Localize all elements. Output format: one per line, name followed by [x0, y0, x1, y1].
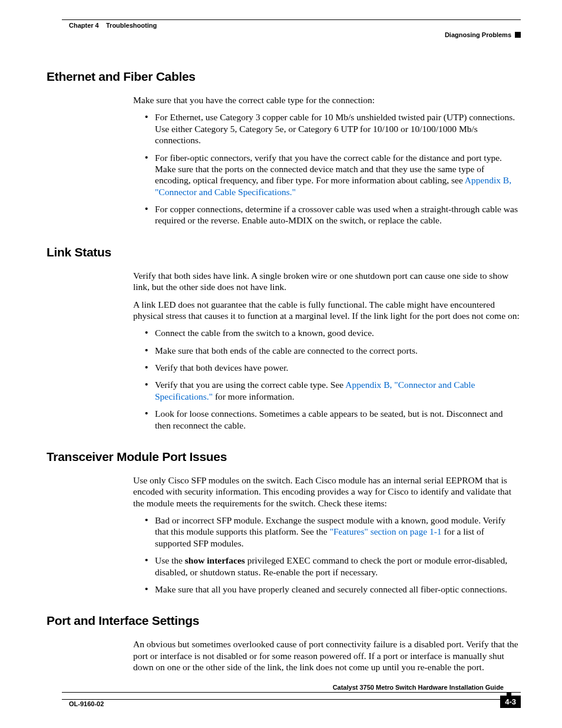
chapter-label: Chapter 4	[69, 22, 99, 29]
footer-doc-number: OL-9160-02	[69, 700, 104, 707]
header-rule	[62, 19, 521, 20]
paragraph: Use only Cisco SFP modules on the switch…	[133, 475, 521, 509]
section-port-interface: Port and Interface Settings An obvious b…	[47, 614, 521, 673]
bullet-item: Bad or incorrect SFP module. Exchange th…	[145, 515, 521, 549]
heading-port-interface: Port and Interface Settings	[47, 614, 521, 628]
bullet-item: Make sure that both ends of the cable ar…	[145, 345, 521, 356]
bullet-item: For fiber-optic connectors, verify that …	[145, 152, 521, 198]
bullet-item: Connect the cable from the switch to a k…	[145, 327, 521, 338]
bullet-item: Make sure that all you have properly cle…	[145, 584, 521, 595]
footer-rule-bottom	[62, 699, 506, 700]
heading-transceiver: Transceiver Module Port Issues	[47, 450, 521, 464]
bullet-item: For copper connections, determine if a c…	[145, 203, 521, 226]
paragraph: A link LED does not guarantee that the c…	[133, 299, 521, 322]
running-header-left: Chapter 4 Troubleshooting	[69, 22, 157, 29]
section-label: Diagnosing Problems	[445, 31, 511, 38]
page: Chapter 4 Troubleshooting Diagnosing Pro…	[0, 0, 562, 728]
bullet-item: Verify that both devices have power.	[145, 362, 521, 373]
intro-text: Make sure that you have the correct cabl…	[133, 94, 521, 106]
bullet-item: Verify that you are using the correct ca…	[145, 379, 521, 402]
section-link-status: Link Status Verify that both sides have …	[47, 245, 521, 431]
header-square-icon	[515, 32, 521, 38]
bullet-item: For Ethernet, use Category 3 copper cabl…	[145, 111, 521, 146]
footer-rule-top	[62, 692, 521, 693]
link-features-section[interactable]: "Features" section on page 1-1	[330, 526, 442, 536]
bullet-item: Use the show interfaces privileged EXEC …	[145, 555, 521, 578]
running-header-right: Diagnosing Problems	[445, 31, 521, 38]
heading-ethernet-fiber: Ethernet and Fiber Cables	[47, 70, 521, 84]
content-area: Ethernet and Fiber Cables Make sure that…	[47, 70, 521, 691]
paragraph: Verify that both sides have link. A sing…	[133, 270, 521, 293]
section-ethernet-fiber: Ethernet and Fiber Cables Make sure that…	[47, 70, 521, 226]
chapter-title: Troubleshooting	[106, 22, 157, 29]
heading-link-status: Link Status	[47, 245, 521, 259]
page-number-badge: 4-3	[500, 696, 521, 708]
bullet-item: Look for loose connections. Sometimes a …	[145, 408, 521, 431]
footer-guide-title: Catalyst 3750 Metro Switch Hardware Inst…	[333, 684, 504, 691]
command-text: show interfaces	[185, 555, 245, 565]
paragraph: An obvious but sometimes overlooked caus…	[133, 638, 521, 673]
section-transceiver: Transceiver Module Port Issues Use only …	[47, 450, 521, 595]
